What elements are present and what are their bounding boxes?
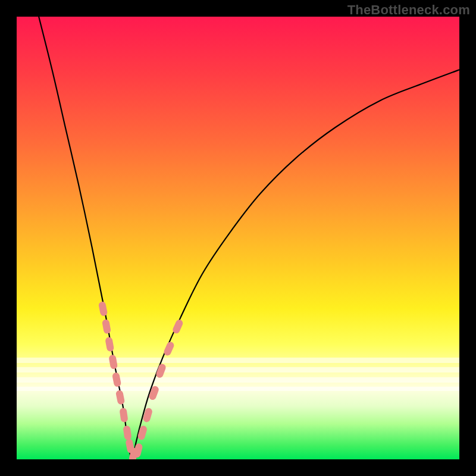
curve-marker [112, 372, 121, 387]
bottleneck-curve [39, 17, 459, 459]
curve-marker [102, 319, 111, 334]
watermark-text: TheBottleneck.com [347, 2, 470, 18]
curve-markers [98, 301, 184, 459]
curve-marker [105, 337, 114, 352]
plot-area [17, 17, 459, 459]
curve-marker [133, 443, 143, 458]
curve-marker [115, 390, 125, 405]
curve-marker [119, 408, 128, 422]
curve-marker [123, 425, 131, 440]
chart-svg [17, 17, 459, 459]
curve-marker [98, 301, 108, 317]
chart-frame: TheBottleneck.com [0, 0, 476, 476]
curve-marker [108, 354, 118, 369]
